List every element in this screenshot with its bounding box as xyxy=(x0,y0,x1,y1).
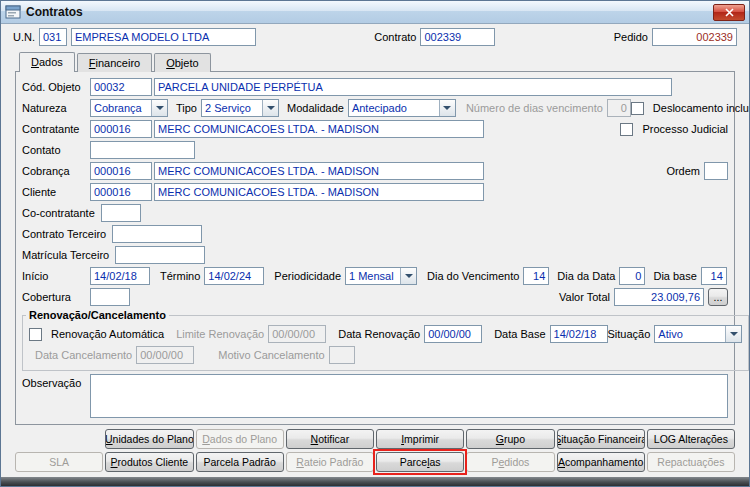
data-base-field[interactable]: 14/02/18 xyxy=(550,325,608,343)
acompanhamento-button[interactable]: Acompanhamento xyxy=(557,452,645,472)
cobertura-row: Cobertura Valor Total 23.009,76 ... xyxy=(22,288,728,306)
natureza-row: Natureza Cobrança Tipo 2 Serviço Modalid… xyxy=(22,99,728,117)
matricula-terceiro-row: Matrícula Terceiro xyxy=(22,246,728,264)
rateio-padrao-button: Rateio Padrão xyxy=(286,452,374,472)
dias-vencimento-field: 0 xyxy=(607,99,631,117)
close-button[interactable] xyxy=(713,4,745,21)
deslocamento-checkbox[interactable] xyxy=(631,102,644,115)
motivo-cancelamento-label: Motivo Cancelamento xyxy=(218,349,324,361)
valor-total-browse-button[interactable]: ... xyxy=(708,288,728,306)
dados-do-plano-button: Dados do Plano xyxy=(196,429,284,449)
matricula-terceiro-label: Matrícula Terceiro xyxy=(22,249,109,261)
dia-base-field[interactable]: 14 xyxy=(701,267,727,285)
parcelas-button[interactable]: Parcelas xyxy=(376,452,464,472)
tab-dados[interactable]: Dados xyxy=(19,52,75,72)
contato-field[interactable] xyxy=(90,141,195,159)
data-renovacao-field[interactable]: 00/00/00 xyxy=(424,325,482,343)
cobranca-label: Cobrança xyxy=(22,165,84,177)
situacao-financeira-button[interactable]: Situação Financeira xyxy=(557,429,645,449)
co-contratante-field[interactable] xyxy=(101,204,141,222)
deslocamento-checkbox-group[interactable]: Deslocamento incluso xyxy=(631,102,750,115)
window-title: Contratos xyxy=(26,5,83,19)
button-bar: Unidades do Plano Dados do Plano Notific… xyxy=(15,429,735,472)
log-alteracoes-button[interactable]: LOG Alterações xyxy=(647,429,735,449)
chevron-down-icon xyxy=(262,100,278,116)
data-cancelamento-field: 00/00/00 xyxy=(136,346,194,364)
renovacao-row-1: Renovação Automática Limite Renovação 00… xyxy=(29,325,742,343)
renovacao-row-2: Data Cancelamento 00/00/00 Motivo Cancel… xyxy=(29,346,742,364)
un-code-field[interactable]: 031 xyxy=(39,28,67,46)
contratante-code-field[interactable]: 000016 xyxy=(90,120,152,138)
cobertura-field[interactable] xyxy=(90,288,130,306)
termino-field[interactable]: 14/02/24 xyxy=(204,267,264,285)
ordem-field[interactable] xyxy=(704,162,728,180)
cod-objeto-code-field[interactable]: 00032 xyxy=(90,78,152,96)
modalidade-label: Modalidade xyxy=(287,102,344,114)
cliente-code-field[interactable]: 000016 xyxy=(90,183,152,201)
limite-renovacao-field: 00/00/00 xyxy=(268,325,326,343)
parcelas-button-wrap: Parcelas xyxy=(376,452,464,472)
inicio-label: Início xyxy=(22,270,84,282)
titlebar[interactable]: Contratos xyxy=(1,1,749,24)
renovacao-automatica-label: Renovação Automática xyxy=(51,328,164,340)
situacao-combobox[interactable]: Ativo xyxy=(654,325,742,343)
matricula-terceiro-field[interactable] xyxy=(115,246,205,264)
contato-label: Contato xyxy=(22,144,84,156)
grupo-button[interactable]: Grupo xyxy=(466,429,554,449)
inicio-field[interactable]: 14/02/18 xyxy=(90,267,150,285)
limite-renovacao-label: Limite Renovação xyxy=(176,328,264,340)
contratante-row: Contratante 000016 MERC COMUNICACOES LTD… xyxy=(22,120,728,138)
processo-judicial-checkbox-group[interactable]: Processo Judicial xyxy=(620,123,728,136)
notificar-button[interactable]: Notificar xyxy=(286,429,374,449)
periodicidade-combobox[interactable]: 1 Mensal xyxy=(345,267,417,285)
contrato-terceiro-label: Contrato Terceiro xyxy=(22,228,106,240)
un-name-field[interactable]: EMPRESA MODELO LTDA xyxy=(71,28,256,46)
unidades-do-plano-button[interactable]: Unidades do Plano xyxy=(105,429,193,449)
tab-objeto[interactable]: Objeto xyxy=(154,53,210,72)
cod-objeto-desc-field[interactable]: PARCELA UNIDADE PERPÉTUA xyxy=(154,78,672,96)
observacao-label: Observação xyxy=(22,374,84,389)
cliente-name-field[interactable]: MERC COMUNICACOES LTDA. - MADISON xyxy=(154,183,484,201)
cod-objeto-row: Cód. Objeto 00032 PARCELA UNIDADE PERPÉT… xyxy=(22,78,728,96)
tab-bar: Dados Financeiro Objeto xyxy=(19,51,735,71)
renovacao-automatica-checkbox-group[interactable]: Renovação Automática xyxy=(29,328,164,341)
un-label: U.N. xyxy=(13,31,35,43)
situacao-label: Situação xyxy=(608,328,651,340)
contratante-label: Contratante xyxy=(22,123,84,135)
cobertura-label: Cobertura xyxy=(22,291,84,303)
dia-vencimento-field[interactable]: 14 xyxy=(523,267,549,285)
dia-data-field[interactable]: 0 xyxy=(619,267,645,285)
motivo-cancelamento-field xyxy=(329,346,355,364)
observacao-textarea[interactable] xyxy=(90,374,728,418)
renovacao-groupbox-title: Renovação/Cancelamento xyxy=(26,309,169,321)
produtos-cliente-button[interactable]: Produtos Cliente xyxy=(105,452,193,472)
co-contratante-row: Co-contratante xyxy=(22,204,728,222)
processo-judicial-checkbox[interactable] xyxy=(620,123,633,136)
contrato-field[interactable]: 002339 xyxy=(420,28,495,46)
natureza-label: Natureza xyxy=(22,102,84,114)
chevron-down-icon xyxy=(725,326,741,342)
tipo-combobox[interactable]: 2 Serviço xyxy=(201,99,279,117)
natureza-combobox[interactable]: Cobrança xyxy=(90,99,168,117)
co-contratante-label: Co-contratante xyxy=(22,207,95,219)
parcela-padrao-button[interactable]: Parcela Padrão xyxy=(196,452,284,472)
termino-label: Término xyxy=(160,270,200,282)
valor-total-field[interactable]: 23.009,76 xyxy=(614,288,704,306)
contrato-terceiro-field[interactable] xyxy=(112,225,202,243)
data-base-label: Data Base xyxy=(494,328,545,340)
repactuacoes-button: Repactuações xyxy=(647,452,735,472)
contrato-label: Contrato xyxy=(374,31,416,43)
tab-financeiro[interactable]: Financeiro xyxy=(77,53,152,72)
ordem-label: Ordem xyxy=(666,165,700,177)
pedido-label: Pedido xyxy=(614,31,648,43)
renovacao-cancelamento-groupbox: Renovação/Cancelamento Renovação Automát… xyxy=(22,309,749,371)
cobranca-code-field[interactable]: 000016 xyxy=(90,162,152,180)
dia-data-label: Dia da Data xyxy=(557,270,615,282)
imprimir-button[interactable]: Imprimir xyxy=(376,429,464,449)
renovacao-automatica-checkbox[interactable] xyxy=(29,328,42,341)
pedido-field[interactable]: 002339 xyxy=(652,28,737,46)
cobranca-name-field[interactable]: MERC COMUNICACOES LTDA. - MADISON xyxy=(154,162,484,180)
modalidade-combobox[interactable]: Antecipado xyxy=(348,99,456,117)
contratante-name-field[interactable]: MERC COMUNICACOES LTDA. - MADISON xyxy=(154,120,484,138)
deslocamento-label: Deslocamento incluso xyxy=(653,102,750,114)
